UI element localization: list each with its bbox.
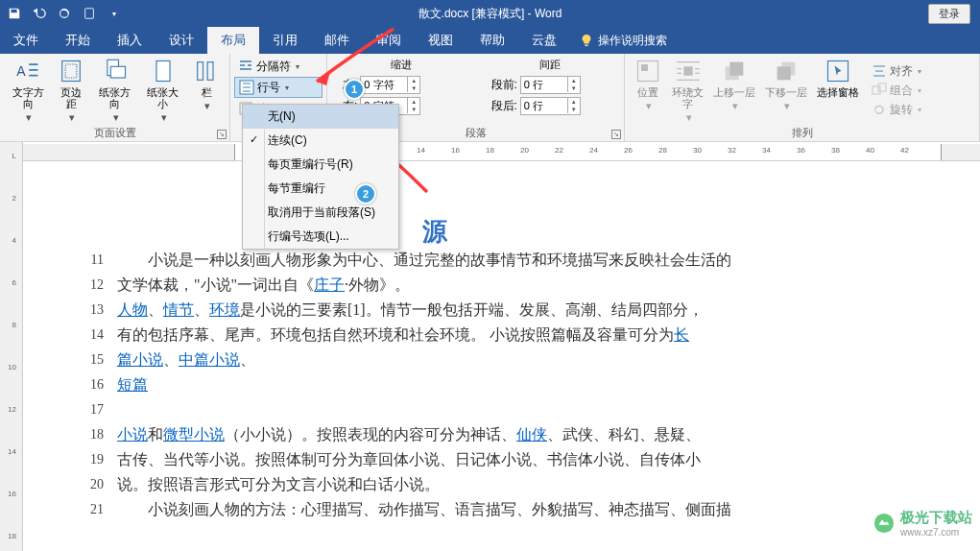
svg-rect-8 [156, 61, 170, 82]
redo-icon[interactable] [56, 5, 73, 22]
position-button[interactable]: 位置▾ [629, 56, 667, 125]
svg-rect-21 [872, 86, 880, 94]
spacing-label: 间距 [486, 56, 615, 74]
wrap-text-button[interactable]: 环绕文 字▾ [667, 56, 708, 125]
callout-2: 2 [355, 183, 376, 204]
hyperlink[interactable]: 仙侠 [516, 426, 547, 443]
document-page: 源 11小说是一种以刻画人物形象为中心、通过完整的故事情节和环境描写来反映社会生… [23, 161, 980, 522]
line-number: 18 [81, 422, 104, 447]
svg-rect-14 [641, 64, 648, 71]
line-number: 20 [81, 472, 104, 497]
touch-mode-icon[interactable] [81, 5, 98, 22]
window-title: 散文.docx [兼容模式] - Word [418, 6, 562, 22]
hyperlink[interactable]: 篇小说 [117, 351, 163, 368]
doc-line: 13人物、情节、环境是小说的三要素[1]。情节一般包括开端、发展、高潮、结局四部… [81, 298, 922, 323]
doc-line: 20说。按照语言形式可分为文言小说和白话小说。 [81, 472, 922, 497]
tab-设计[interactable]: 设计 [155, 27, 207, 54]
svg-rect-2 [585, 44, 588, 46]
line-number: 19 [81, 447, 104, 472]
arrange-group-label: 排列 [625, 126, 979, 140]
doc-line: 21小说刻画人物的方法：心理描写、动作描写、语言描写、外貌描写、神态描写、侧面描 [81, 497, 922, 522]
svg-point-0 [60, 10, 69, 18]
tab-帮助[interactable]: 帮助 [466, 27, 518, 54]
send-backward-button[interactable]: 下移一层▾ [760, 56, 812, 125]
svg-rect-15 [683, 66, 692, 75]
dropdown-item-none[interactable]: 无(N) [243, 105, 398, 129]
watermark: 极光下载站www.xz7.com [873, 509, 972, 538]
hyperlink[interactable]: 微型小说 [163, 426, 225, 443]
doc-line: 19古传、当代等小说。按照体制可分为章回体小说、日记体小说、书信体小说、自传体小 [81, 447, 922, 472]
qat-dropdown-icon[interactable]: ▾ [106, 5, 123, 22]
undo-icon[interactable] [31, 5, 48, 22]
orientation-button[interactable]: 纸张方向▾ [90, 56, 138, 125]
page-setup-group-label: 页面设置 [0, 126, 229, 140]
group-button[interactable]: 组合▾ [868, 82, 925, 100]
tab-云盘[interactable]: 云盘 [518, 27, 570, 54]
svg-rect-19 [777, 66, 791, 80]
tab-插入[interactable]: 插入 [104, 27, 155, 54]
doc-line: 11小说是一种以刻画人物形象为中心、通过完整的故事情节和环境描写来反映社会生活的 [81, 248, 922, 273]
heading-partial: 源 [422, 215, 447, 249]
dropdown-item-suppress[interactable]: 取消用于当前段落(S) [243, 201, 398, 225]
align-button[interactable]: 对齐▾ [868, 62, 925, 81]
line-number: 15 [81, 347, 104, 372]
save-icon[interactable] [6, 5, 23, 22]
line-number: 11 [81, 248, 104, 273]
size-button[interactable]: 纸张大小▾ [139, 56, 187, 125]
bring-forward-button[interactable]: 上移一层▾ [708, 56, 760, 125]
tell-me-search[interactable]: 操作说明搜索 [570, 27, 677, 54]
doc-line: 16短篇 [81, 372, 922, 397]
hyperlink[interactable]: 中篇小说 [179, 351, 240, 368]
svg-rect-22 [878, 84, 886, 91]
svg-rect-17 [729, 62, 743, 76]
text-direction-button[interactable]: A文字方向▾ [4, 56, 52, 125]
line-numbers-dropdown: 无(N) ✓连续(C) 每页重编行号(R) 每节重编行 取消用于当前段落(S) … [242, 104, 399, 250]
svg-rect-1 [85, 9, 94, 19]
page-setup-launcher[interactable]: ↘ [217, 130, 227, 139]
rotate-button[interactable]: 旋转▾ [868, 101, 925, 119]
columns-button[interactable]: 栏▾ [187, 56, 226, 125]
svg-text:A: A [16, 63, 26, 79]
svg-rect-10 [207, 62, 213, 81]
dropdown-item-continuous[interactable]: ✓连续(C) [243, 129, 398, 153]
hyperlink[interactable]: 短篇 [117, 376, 148, 393]
dropdown-item-restart-page[interactable]: 每页重编行号(R) [243, 153, 398, 177]
tab-布局[interactable]: 布局 [207, 27, 259, 54]
vertical-ruler: L24681012141618 [0, 142, 23, 551]
line-number: 16 [81, 372, 104, 397]
hyperlink[interactable]: 情节 [163, 301, 194, 318]
spacing-before-spinner[interactable]: ▲▼ [520, 76, 581, 94]
doc-line: 18小说和微型小说（小小说）。按照表现的内容可分为神话、仙侠、武侠、科幻、悬疑、 [81, 422, 922, 447]
doc-line: 17 [81, 397, 922, 422]
line-number: 21 [81, 497, 104, 522]
tab-文件[interactable]: 文件 [0, 27, 52, 54]
tab-视图[interactable]: 视图 [415, 27, 466, 54]
callout-1: 1 [344, 79, 365, 100]
selection-pane-button[interactable]: 选择窗格 [812, 56, 864, 125]
hyperlink[interactable]: 长 [674, 326, 689, 343]
line-number: 12 [81, 273, 104, 298]
hyperlink[interactable]: 庄子 [314, 276, 345, 293]
svg-rect-5 [66, 64, 78, 78]
horizontal-ruler: 4681012141618202224262830323436384042 [23, 144, 980, 161]
login-button[interactable]: 登录 [928, 4, 970, 24]
dropdown-item-options[interactable]: 行编号选项(L)... [243, 225, 398, 249]
spacing-after-spinner[interactable]: ▲▼ [520, 97, 581, 115]
line-number: 13 [81, 298, 104, 323]
hyperlink[interactable]: 小说 [117, 426, 148, 443]
doc-line: 12文学体裁，"小说"一词出自《庄子·外物》。 [81, 273, 922, 298]
tab-开始[interactable]: 开始 [52, 27, 104, 54]
paragraph-launcher[interactable]: ↘ [611, 130, 621, 139]
line-number: 17 [81, 397, 104, 422]
doc-line: 14有的包括序幕、尾声。环境包括自然环境和社会环境。 小说按照篇幅及容量可分为长 [81, 323, 922, 347]
hyperlink[interactable]: 环境 [209, 301, 240, 318]
line-number: 14 [81, 323, 104, 347]
hyperlink[interactable]: 人物 [117, 301, 148, 318]
svg-rect-9 [198, 62, 203, 81]
doc-line: 15篇小说、中篇小说、 [81, 347, 922, 372]
margins-button[interactable]: 页边距▾ [52, 56, 90, 125]
svg-rect-7 [110, 66, 125, 78]
